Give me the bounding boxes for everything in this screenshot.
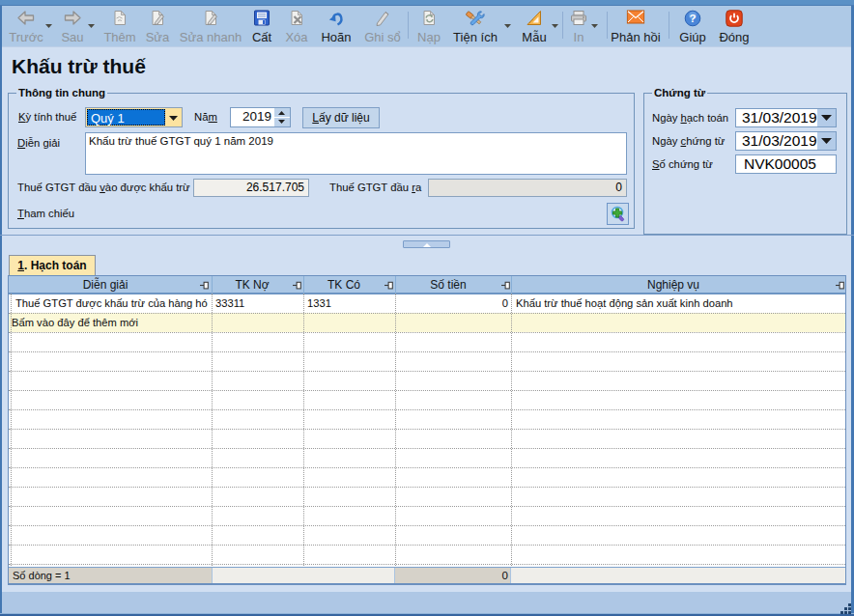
svg-text:?: ? <box>689 13 696 24</box>
